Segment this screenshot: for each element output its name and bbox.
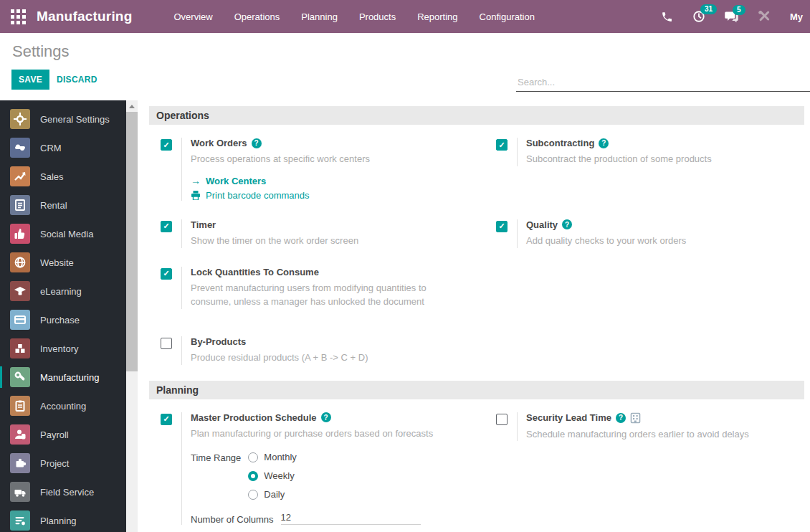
sidebar-item-label: Accounting — [40, 401, 86, 412]
menu-reporting[interactable]: Reporting — [417, 11, 457, 22]
app-title[interactable]: Manufacturing — [37, 9, 133, 24]
subcontracting-label: Subcontracting — [526, 138, 594, 148]
sidebar-item-inventory[interactable]: Inventory — [0, 334, 126, 363]
setting-master-production-schedule: Master Production Schedule ? Plan manufa… — [161, 412, 466, 526]
sidebar-item-label: Manufacturing — [40, 372, 99, 383]
setting-timer: Timer Show the timer on the work order s… — [161, 219, 466, 248]
subcontracting-desc: Subcontract the production of some produ… — [526, 152, 712, 166]
sidebar-item-label: Rental — [40, 200, 67, 211]
credit-card-icon — [10, 310, 30, 330]
sidebar-item-social-media[interactable]: Social Media — [0, 219, 126, 248]
radio-weekly[interactable]: Weekly — [248, 470, 297, 481]
work-orders-desc: Process operations at specific work cent… — [191, 152, 370, 166]
gear-icon — [10, 109, 30, 129]
sidebar-item-sales[interactable]: Sales — [0, 162, 126, 191]
settings-body: General Settings CRM Sales Rental Social… — [0, 100, 810, 532]
discard-button[interactable]: DISCARD — [57, 75, 97, 85]
sidebar-item-elearning[interactable]: eLearning — [0, 277, 126, 305]
quality-checkbox[interactable] — [496, 221, 508, 232]
sidebar-item-manufacturing[interactable]: Manufacturing — [0, 363, 126, 391]
radio-daily-control[interactable] — [248, 490, 258, 500]
work-centers-link[interactable]: → Work Centers — [191, 176, 370, 186]
setting-work-orders: Work Orders ? Process operations at spec… — [161, 138, 466, 201]
scrollbar-thumb[interactable] — [126, 112, 138, 371]
main-menu: Overview Operations Planning Products Re… — [174, 11, 535, 22]
sidebar-item-label: General Settings — [40, 114, 110, 125]
security-lead-time-checkbox[interactable] — [496, 414, 508, 425]
menu-planning[interactable]: Planning — [301, 11, 338, 22]
timer-checkbox[interactable] — [161, 221, 172, 232]
messages-icon[interactable]: 5 — [725, 11, 738, 23]
work-orders-checkbox[interactable] — [161, 139, 172, 151]
search-input[interactable] — [516, 73, 810, 92]
sidebar-item-purchase[interactable]: Purchase — [0, 305, 126, 334]
scroll-up-button[interactable] — [126, 100, 138, 112]
sidebar-item-label: CRM — [40, 143, 62, 153]
sidebar-item-field-service[interactable]: Field Service — [0, 478, 126, 506]
help-icon[interactable]: ? — [252, 138, 262, 148]
sidebar-item-label: Social Media — [40, 229, 93, 239]
handshake-icon — [10, 138, 30, 158]
save-button[interactable]: SAVE — [11, 70, 49, 90]
work-orders-label: Work Orders — [191, 138, 247, 148]
help-icon[interactable]: ? — [321, 412, 331, 422]
section-header-planning: Planning — [149, 381, 804, 399]
help-icon[interactable]: ? — [599, 138, 609, 148]
sidebar-item-label: Sales — [40, 171, 64, 182]
number-of-columns-input[interactable] — [281, 510, 421, 525]
radio-weekly-control[interactable] — [248, 471, 258, 481]
printer-icon — [191, 191, 201, 200]
apps-menu-button[interactable] — [0, 9, 37, 24]
print-barcode-link[interactable]: Print barcode commands — [191, 190, 370, 201]
time-range-label: Time Range — [191, 452, 241, 500]
radio-monthly[interactable]: Monthly — [248, 452, 297, 462]
tools-icon[interactable] — [758, 10, 771, 23]
sidebar-item-planning[interactable]: Planning — [0, 506, 126, 532]
sidebar-item-label: Website — [40, 257, 74, 268]
sidebar-item-website[interactable]: Website — [0, 248, 126, 277]
activities-clock-icon[interactable]: 31 — [692, 10, 705, 23]
sidebar-item-rental[interactable]: Rental — [0, 191, 126, 219]
help-icon[interactable]: ? — [616, 413, 626, 423]
vertical-scrollbar[interactable] — [126, 100, 138, 532]
timer-label: Timer — [191, 219, 216, 230]
security-lead-time-desc: Schedule manufacturing orders earlier to… — [526, 427, 749, 442]
sidebar-item-label: Field Service — [40, 487, 94, 498]
mps-checkbox[interactable] — [161, 414, 172, 425]
sidebar-item-payroll[interactable]: Payroll — [0, 420, 126, 449]
quality-desc: Add quality checks to your work orders — [526, 234, 686, 248]
truck-icon — [10, 482, 30, 502]
sidebar-item-label: Planning — [40, 516, 77, 526]
planning-lines-icon — [10, 510, 30, 531]
by-products-label: By-Products — [191, 336, 246, 347]
top-navbar: Manufacturing Overview Operations Planni… — [0, 0, 810, 33]
sidebar-item-project[interactable]: Project — [0, 449, 126, 478]
puzzle-icon — [10, 453, 30, 473]
menu-products[interactable]: Products — [359, 11, 396, 22]
planning-grid: Master Production Schedule ? Plan manufa… — [149, 412, 804, 532]
lock-quantities-checkbox[interactable] — [161, 268, 172, 280]
time-range-radio-group: Monthly Weekly Daily — [248, 452, 297, 500]
sidebar-item-accounting[interactable]: Accounting — [0, 391, 126, 420]
radio-daily[interactable]: Daily — [248, 489, 297, 500]
mps-label: Master Production Schedule — [191, 412, 317, 423]
settings-sidebar: General Settings CRM Sales Rental Social… — [0, 100, 126, 532]
menu-overview[interactable]: Overview — [174, 11, 213, 22]
menu-configuration[interactable]: Configuration — [480, 11, 535, 22]
page-title: Settings — [12, 42, 70, 61]
subcontracting-checkbox[interactable] — [496, 139, 508, 151]
settings-header: Settings SAVE DISCARD — [0, 33, 810, 100]
thumbs-up-icon — [10, 224, 30, 244]
menu-operations[interactable]: Operations — [234, 11, 280, 22]
sidebar-item-general-settings[interactable]: General Settings — [0, 105, 126, 133]
by-products-checkbox[interactable] — [161, 338, 172, 349]
sidebar-item-crm[interactable]: CRM — [0, 133, 126, 162]
operations-grid: Work Orders ? Process operations at spec… — [149, 138, 804, 378]
sales-chart-icon — [10, 166, 30, 186]
help-icon[interactable]: ? — [562, 219, 572, 229]
navbar-systray: 31 5 My — [661, 10, 810, 23]
radio-monthly-control[interactable] — [248, 452, 258, 462]
phone-icon[interactable] — [661, 11, 673, 23]
user-menu[interactable]: My — [790, 11, 803, 22]
timer-desc: Show the timer on the work order screen — [191, 234, 358, 248]
